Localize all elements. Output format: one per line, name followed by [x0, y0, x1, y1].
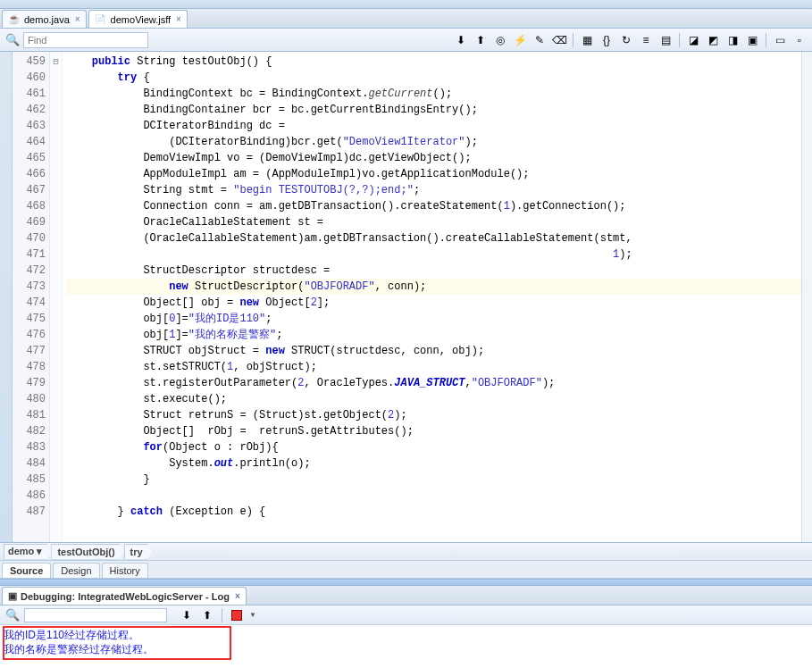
separator: [222, 608, 222, 622]
align-left-icon[interactable]: ≡: [637, 31, 655, 49]
arrow-up-icon[interactable]: ⬆: [472, 31, 490, 49]
arrow-down-icon[interactable]: ⬇: [178, 606, 196, 624]
separator: [679, 33, 680, 47]
log-tabs-bar: ▣ Debugging: IntegratedWebLogicServer - …: [0, 586, 812, 605]
crumb-method[interactable]: testOutObj(): [51, 544, 124, 560]
log-toolbar: 🔍 ⬇ ⬆ ▼: [0, 605, 812, 625]
panel-divider[interactable]: [0, 579, 812, 586]
file-tab-demo-java[interactable]: demo.java ×: [2, 10, 87, 28]
pencil-icon[interactable]: ✎: [531, 31, 548, 49]
breadcrumb: demo ▾ testOutObj() try: [0, 543, 812, 561]
log-output[interactable]: 我的ID是110经过存储过程。 我的名称是警察经过存储过程。: [0, 625, 812, 668]
arrow-up-icon[interactable]: ⬆: [198, 606, 216, 624]
file-tab-label: demo.java: [24, 14, 70, 25]
align-block-icon[interactable]: ▤: [657, 31, 674, 49]
binoculars-icon[interactable]: 🔍: [4, 606, 21, 624]
tab-source[interactable]: Source: [2, 563, 51, 578]
tab-history[interactable]: History: [102, 563, 148, 578]
close-icon[interactable]: ×: [174, 14, 181, 24]
log-line: 我的ID是110经过存储过程。: [4, 628, 808, 642]
editor-toolbar: 🔍 ⬇⬆◎⚡✎⌫▦{}↻≡▤◪◩◨▣▭▫: [0, 29, 812, 52]
panel2-icon[interactable]: ▫: [791, 31, 808, 49]
bookmark-toggle-icon[interactable]: ▣: [743, 31, 761, 49]
left-rail: [0, 52, 13, 542]
bookmark-next-icon[interactable]: ◨: [724, 31, 741, 49]
file-tab-demoview-jsff[interactable]: demoView.jsff ×: [88, 10, 188, 28]
bookmark-icon[interactable]: ◪: [684, 31, 702, 49]
separator: [573, 33, 573, 47]
log-tab-debugging[interactable]: ▣ Debugging: IntegratedWebLogicServer - …: [2, 587, 247, 605]
editor-area: 4594604614624634644654664674684694704714…: [0, 52, 812, 543]
log-tab-label: Debugging: IntegratedWebLogicServer - Lo…: [21, 591, 230, 602]
chevron-down-icon[interactable]: ▼: [249, 611, 256, 619]
refresh-icon[interactable]: ↻: [617, 31, 635, 49]
highlight-icon[interactable]: ⚡: [511, 31, 529, 49]
crumb-block[interactable]: try: [124, 544, 153, 560]
java-icon: [8, 13, 21, 26]
find-input[interactable]: [23, 32, 148, 48]
editor-mode-tabs: Source Design History: [0, 561, 812, 579]
file-tabs-bar: demo.java × demoView.jsff ×: [0, 9, 812, 29]
file-tab-label: demoView.jsff: [111, 14, 171, 25]
line-number-gutter: 4594604614624634644654664674684694704714…: [13, 52, 50, 542]
stop-button[interactable]: [228, 606, 246, 624]
binoculars-icon[interactable]: 🔍: [4, 31, 21, 49]
crumb-class[interactable]: demo ▾: [4, 544, 52, 560]
target-icon[interactable]: ◎: [491, 31, 509, 49]
panel-icon[interactable]: ▭: [771, 31, 789, 49]
page-icon: [95, 13, 107, 26]
braces-icon[interactable]: {}: [598, 31, 615, 49]
log-find-input[interactable]: [24, 608, 167, 622]
close-icon[interactable]: ×: [73, 14, 80, 24]
close-icon[interactable]: ×: [233, 591, 240, 601]
overview-ruler[interactable]: [801, 52, 812, 542]
bookmark-prev-icon[interactable]: ◩: [704, 31, 722, 49]
eraser-icon[interactable]: ⌫: [550, 31, 568, 49]
new-section-icon[interactable]: ▦: [578, 31, 596, 49]
top-strip: [0, 0, 812, 9]
fold-column[interactable]: ⊟: [50, 52, 63, 542]
panel-icon: ▣: [8, 590, 17, 602]
arrow-down-icon[interactable]: ⬇: [452, 31, 470, 49]
tab-design[interactable]: Design: [53, 563, 99, 578]
code-editor[interactable]: public String testOutObj() { try { Bindi…: [63, 52, 812, 542]
log-line: 我的名称是警察经过存储过程。: [4, 642, 808, 656]
separator: [766, 33, 766, 47]
